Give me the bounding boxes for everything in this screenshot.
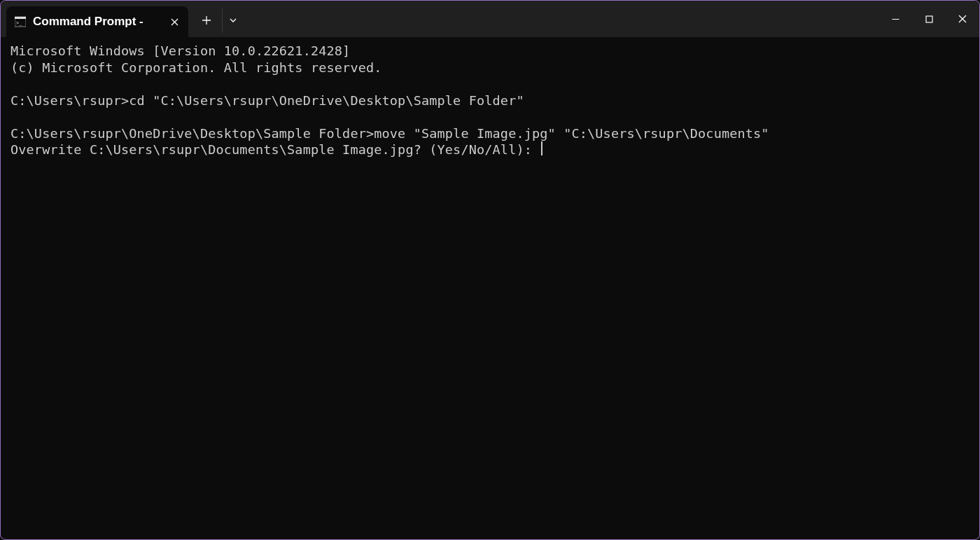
terminal-line: (c) Microsoft Corporation. All rights re… bbox=[10, 60, 382, 75]
terminal-line: Microsoft Windows [Version 10.0.22621.24… bbox=[10, 43, 350, 58]
terminal-content[interactable]: Microsoft Windows [Version 10.0.22621.24… bbox=[1, 37, 979, 164]
command-prompt-icon: >_ bbox=[15, 16, 26, 27]
close-button[interactable] bbox=[946, 1, 979, 37]
title-bar: >_ Command Prompt - bbox=[1, 1, 979, 37]
minimize-button[interactable] bbox=[878, 1, 912, 37]
svg-rect-8 bbox=[926, 16, 932, 22]
tab-strip: >_ Command Prompt - bbox=[1, 1, 188, 37]
window-controls bbox=[878, 1, 979, 37]
terminal-line: C:\Users\rsupr\OneDrive\Desktop\Sample F… bbox=[10, 126, 769, 141]
new-tab-button[interactable] bbox=[194, 8, 219, 33]
tab-dropdown-button[interactable] bbox=[222, 8, 243, 33]
tab-command-prompt[interactable]: >_ Command Prompt - bbox=[6, 6, 188, 37]
terminal-line: Overwrite C:\Users\rsupr\Documents\Sampl… bbox=[10, 142, 540, 157]
tab-close-button[interactable] bbox=[167, 15, 181, 29]
tab-title: Command Prompt - bbox=[33, 15, 160, 29]
terminal-line: C:\Users\rsupr>cd "C:\Users\rsupr\OneDri… bbox=[10, 93, 524, 108]
cursor bbox=[541, 141, 542, 155]
svg-text:>_: >_ bbox=[16, 20, 22, 26]
maximize-button[interactable] bbox=[912, 1, 946, 37]
svg-rect-1 bbox=[15, 17, 26, 19]
